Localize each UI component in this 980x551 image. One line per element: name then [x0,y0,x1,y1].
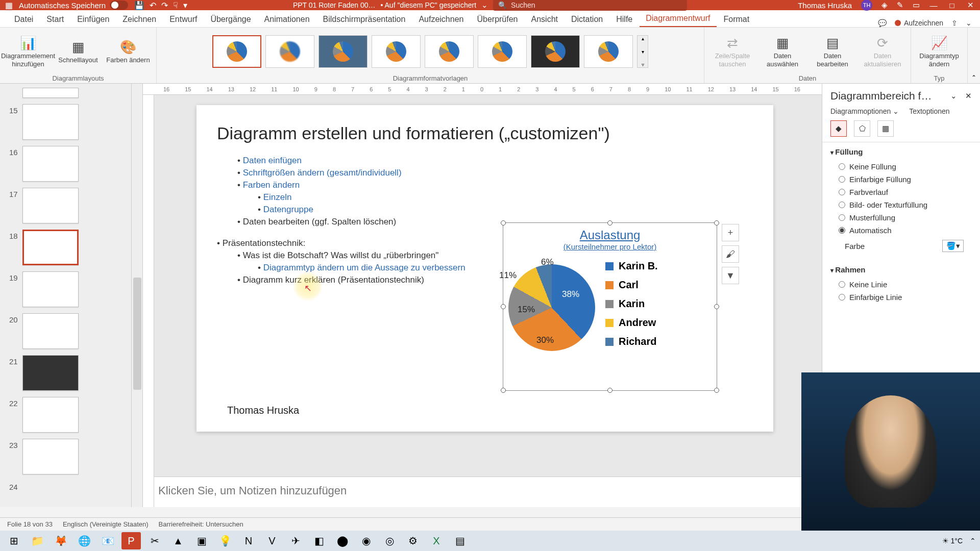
share-icon[interactable]: ⇪ [951,19,958,27]
style-thumb-4[interactable] [372,35,421,68]
thumb-17[interactable]: 17 [9,188,127,223]
thumbnail-scrollbar[interactable] [131,84,142,507]
diamond-icon[interactable]: ◈ [881,1,888,10]
obs-icon[interactable]: ⬤ [333,532,352,549]
tab-text-options[interactable]: Textoptionen [909,107,949,115]
section-fill[interactable]: Füllung [830,147,972,156]
effects-icon[interactable]: ⬠ [854,120,870,137]
quick-layout-button[interactable]: ▦Schnelllayout [55,39,101,64]
ribbon-collapse-icon[interactable]: ⌄ [966,19,972,27]
save-icon[interactable]: 💾 [134,1,144,10]
accessibility-status[interactable]: Barrierefreiheit: Untersuchen [159,520,243,528]
minimize-button[interactable]: — [929,1,938,10]
tab-ansicht[interactable]: Ansicht [525,12,564,27]
tab-praesentation[interactable]: Bildschirmpräsentation [317,12,412,27]
start-button[interactable]: ⊞ [4,532,23,549]
slide-position[interactable]: Folie 18 von 33 [7,520,53,528]
pane-dropdown-icon[interactable]: ⌄ [950,91,957,100]
tab-entwurf[interactable]: Entwurf [163,12,203,27]
style-thumb-2[interactable] [265,35,314,68]
powerpoint-icon[interactable]: P [121,532,141,549]
slide[interactable]: Diagramm erstellen und formatieren („cus… [197,105,773,432]
firefox-icon[interactable]: 🦊 [51,532,70,549]
snip-icon[interactable]: ✂ [145,532,164,549]
slide-title[interactable]: Diagramm erstellen und formatieren („cus… [217,123,753,143]
chart-subtitle[interactable]: (Kursteilnehmer pro Lektor) [503,242,717,251]
qat-more-icon[interactable]: ▾ [183,1,187,10]
tab-animationen[interactable]: Animationen [258,12,316,27]
radio-picture-fill[interactable]: Bild- oder Texturfüllung [830,198,972,211]
pen-icon[interactable]: ✎ [897,1,903,10]
change-colors-button[interactable]: 🎨Farben ändern [105,39,151,64]
radio-solid-line[interactable]: Einfarbige Linie [830,291,972,304]
filename-dropdown-icon[interactable]: ⌄ [481,1,488,10]
onenote-icon[interactable]: N [239,532,258,549]
autosave-toggle[interactable]: Automatisches Speichern [19,1,128,10]
chart-add-element-icon[interactable]: + [722,224,739,241]
add-chart-element-button[interactable]: 📊Diagrammelement hinzufügen [5,35,51,68]
radio-pattern-fill[interactable]: Musterfüllung [830,211,972,224]
chart-legend[interactable]: Karin B. Carl Karin Andrew Richard [605,260,658,351]
style-thumb-5[interactable] [425,35,474,68]
tab-diagrammentwurf[interactable]: Diagrammentwurf [640,11,716,27]
maximize-button[interactable]: □ [947,1,957,10]
record-button[interactable]: Aufzeichnen [895,19,943,27]
tab-aufzeichnen[interactable]: Aufzeichnen [412,12,470,27]
app-icon[interactable]: ◉ [356,532,376,549]
chart-title[interactable]: Auslastung [503,228,717,242]
chart-object[interactable]: + 🖌 ▼ Auslastung (Kursteilnehmer pro Lek… [503,222,717,391]
author-name[interactable]: Thomas Hruska [227,405,299,416]
file-name[interactable]: PPT 01 Roter Faden 00… [293,1,376,9]
edit-data-button[interactable]: ▤Daten bearbeiten [810,35,855,68]
vlc-icon[interactable]: ▲ [168,532,188,549]
outlook-icon[interactable]: 📧 [98,532,117,549]
app-icon[interactable]: 💡 [215,532,235,549]
app-icon[interactable]: ▣ [192,532,211,549]
radio-no-fill[interactable]: Keine Füllung [830,160,972,173]
thumb-23[interactable]: 23 [9,439,127,474]
tab-ueberpruefen[interactable]: Überprüfen [471,12,524,27]
tab-zeichnen[interactable]: Zeichnen [116,12,162,27]
thumb-19[interactable]: 19 [9,271,127,307]
undo-icon[interactable]: ↶ [150,1,156,10]
chart-styles-icon[interactable]: 🖌 [722,245,739,263]
app-icon[interactable]: ◧ [309,532,329,549]
bullet[interactable]: Schriftgrößen ändern (gesamt/individuell… [237,167,753,179]
bullet[interactable]: Einzeln [258,191,753,204]
style-thumb-1[interactable] [212,35,261,68]
radio-auto-fill[interactable]: Automatisch [830,224,972,237]
thumb-16[interactable]: 16 [9,146,127,182]
radio-solid-fill[interactable]: Einfarbige Füllung [830,173,972,186]
thumb-24[interactable]: 24 [9,481,127,491]
section-border[interactable]: Rahmen [830,265,972,274]
style-thumb-8[interactable] [584,35,633,68]
tab-datei[interactable]: Datei [8,12,39,27]
thumb-22[interactable]: 22 [9,397,127,433]
thumb-21[interactable]: 21 [9,355,127,391]
radio-no-line[interactable]: Keine Linie [830,278,972,291]
thumb-18[interactable]: 18 [9,230,127,265]
notes-input[interactable]: Klicken Sie, um Notizen hinzuzufügen [143,477,822,507]
style-thumb-3[interactable] [318,35,368,68]
style-thumb-7[interactable] [531,35,580,68]
settings-icon[interactable]: ⚙ [403,532,423,549]
bullet[interactable]: Farben ändern [237,179,753,191]
window-icon[interactable]: ▭ [913,1,920,10]
tab-hilfe[interactable]: Hilfe [610,12,639,27]
weather-widget[interactable]: ☀ 1°C [942,537,963,545]
language-status[interactable]: Englisch (Vereinigte Staaten) [63,520,149,528]
explorer-icon[interactable]: 📁 [28,532,47,549]
close-button[interactable]: ✕ [966,1,975,10]
tab-einfuegen[interactable]: Einfügen [71,12,115,27]
app-icon[interactable]: V [262,532,282,549]
saved-location[interactable]: • Auf "diesem PC" gespeichert [381,1,477,9]
fill-line-icon[interactable]: ◆ [830,120,847,137]
tab-format[interactable]: Format [718,12,756,27]
telegram-icon[interactable]: ✈ [286,532,305,549]
bullet[interactable]: Daten einfügen [237,155,753,167]
change-chart-type-button[interactable]: 📈Diagrammtyp ändern [916,35,962,68]
style-thumb-6[interactable] [478,35,527,68]
user-name[interactable]: Thomas Hruska [798,1,852,10]
chrome-icon[interactable]: 🌐 [75,532,94,549]
touch-icon[interactable]: ☟ [173,1,178,10]
